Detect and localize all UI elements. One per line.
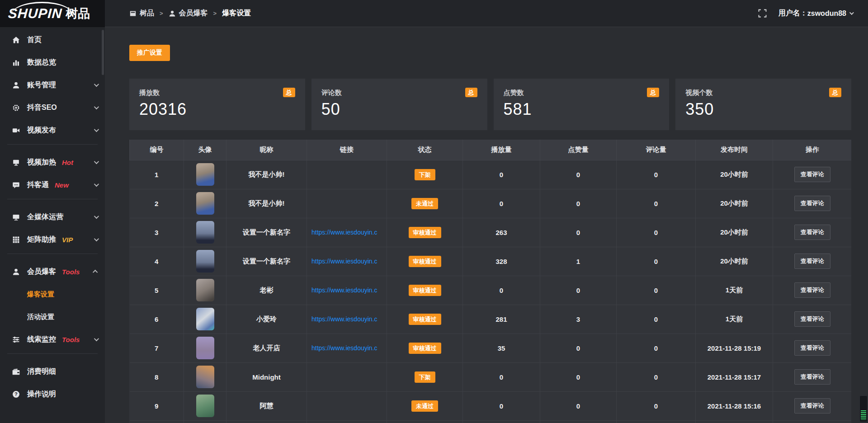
- cell-link: https://www.iesdouyin.c: [307, 305, 387, 334]
- cell-action: 查看评论: [773, 247, 852, 276]
- cell-action: 查看评论: [773, 334, 852, 362]
- sidebar-subitem-baoke-settings[interactable]: 爆客设置: [0, 283, 105, 306]
- table-header-cell: 评论量: [617, 140, 696, 160]
- video-link[interactable]: https://www.iesdouyin.c: [307, 287, 387, 294]
- sidebar-item-operation-guide[interactable]: 操作说明: [0, 383, 105, 405]
- brand-logo[interactable]: SHUPIN 树品: [0, 0, 105, 27]
- cell-likes: 0: [540, 334, 617, 362]
- cell-avatar: [184, 305, 226, 334]
- cell-comments: 0: [617, 247, 696, 276]
- breadcrumb-label: 树品: [140, 9, 154, 18]
- cell-id: 6: [130, 305, 184, 334]
- view-comments-button[interactable]: 查看评论: [794, 167, 830, 182]
- sidebar-item-omnimedia-operation[interactable]: 全媒体运营: [0, 206, 105, 228]
- cell-link: https://www.iesdouyin.c: [307, 218, 387, 247]
- stat-card-value: 20316: [139, 100, 295, 119]
- breadcrumb-shupin[interactable]: 树品 >: [129, 9, 169, 18]
- table-row: 5 老彬 https://www.iesdouyin.c 审核通过: [130, 276, 852, 305]
- cell-status: 审核通过: [387, 276, 463, 305]
- cell-time: 1天前: [696, 276, 773, 305]
- topbar-right: 用户名： zswodun88: [758, 9, 853, 18]
- table-header-cell: 昵称: [226, 140, 307, 160]
- table-row: 6 小爱玲 https://www.iesdouyin.c 审核通过: [130, 305, 852, 334]
- total-badge[interactable]: 总: [465, 88, 477, 97]
- cell-avatar: [184, 247, 226, 276]
- video-link[interactable]: https://www.iesdouyin.c: [307, 315, 387, 323]
- sidebar-item-icon: [12, 336, 20, 343]
- video-link[interactable]: https://www.iesdouyin.c: [307, 344, 387, 352]
- cell-comments: 0: [617, 189, 696, 218]
- video-link[interactable]: https://www.iesdouyin.c: [307, 229, 387, 236]
- cell-avatar: [184, 218, 226, 247]
- sidebar-item-douketong[interactable]: 抖客通 New: [0, 174, 105, 196]
- sidebar-item-member-baoke[interactable]: 会员爆客 Tools: [0, 260, 105, 283]
- sidebar-item-account-management[interactable]: 账号管理: [0, 74, 105, 96]
- promo-settings-button[interactable]: 推广设置: [129, 45, 170, 61]
- cell-status: 下架: [387, 362, 463, 391]
- view-comments-button[interactable]: 查看评论: [794, 369, 830, 385]
- sidebar-item-video-publish[interactable]: 视频发布: [0, 119, 105, 141]
- view-comments-button[interactable]: 查看评论: [794, 282, 830, 298]
- chevron-icon: [94, 159, 99, 164]
- app: SHUPIN 树品 首页 数据总览: [0, 0, 868, 423]
- total-badge[interactable]: 总: [829, 88, 841, 97]
- avatar: [196, 395, 214, 417]
- table-header-cell: 点赞量: [540, 140, 617, 160]
- cell-nickname: 设置一个新名字: [226, 218, 307, 247]
- sidebar-item-data-overview[interactable]: 数据总览: [0, 51, 105, 74]
- username-label: 用户名：: [778, 9, 807, 18]
- sidebar-item-icon: [12, 159, 20, 166]
- cell-plays: 0: [463, 276, 540, 305]
- content: 推广设置 播放数 20316 总 评论数 50 总: [105, 27, 868, 423]
- avatar: [196, 192, 214, 215]
- table-header: 编号头像昵称链接状态播放量点赞量评论量发布时间操作: [130, 140, 852, 160]
- stat-card-label: 点赞数: [504, 89, 660, 97]
- table-header-cell: 操作: [773, 140, 852, 160]
- cell-avatar: [184, 276, 226, 305]
- cell-time: 20小时前: [696, 218, 773, 247]
- cell-comments: 0: [617, 362, 696, 391]
- fullscreen-icon[interactable]: [758, 9, 767, 18]
- view-comments-button[interactable]: 查看评论: [794, 311, 830, 327]
- stat-card-label: 视频个数: [685, 89, 841, 97]
- sidebar-scrollbar-thumb[interactable]: [102, 30, 104, 75]
- table-header-cell: 链接: [307, 140, 387, 160]
- cell-nickname: 小爱玲: [226, 305, 307, 334]
- cell-status: 审核通过: [387, 218, 463, 247]
- floating-widget[interactable]: [859, 395, 868, 422]
- sidebar-item-label: 视频加热: [27, 158, 56, 167]
- breadcrumb-separator: >: [160, 10, 163, 17]
- video-link[interactable]: https://www.iesdouyin.c: [307, 258, 387, 265]
- cell-avatar: [184, 362, 226, 391]
- sidebar-item-matrix-boost[interactable]: 矩阵助推 VIP: [0, 228, 105, 251]
- breadcrumb-member-baoke[interactable]: 会员爆客 >: [169, 9, 222, 18]
- chevron-icon: [94, 214, 99, 219]
- view-comments-button[interactable]: 查看评论: [794, 254, 830, 269]
- avatar: [196, 250, 214, 273]
- sidebar-item-home[interactable]: 首页: [0, 28, 105, 51]
- cell-id: 8: [130, 362, 184, 391]
- cell-id: 5: [130, 276, 184, 305]
- stat-card: 评论数 50 总: [311, 79, 487, 130]
- sidebar-item-label: 操作说明: [27, 390, 56, 399]
- total-badge[interactable]: 总: [283, 88, 295, 97]
- cell-status: 审核通过: [387, 305, 463, 334]
- cell-nickname: 我不是小帅!: [226, 189, 307, 218]
- sidebar-item-label: 会员爆客: [27, 267, 56, 277]
- status-badge: 未通过: [411, 198, 438, 209]
- sidebar-item-lead-monitoring[interactable]: 线索监控 Tools: [0, 328, 105, 351]
- cell-status: 未通过: [387, 391, 463, 420]
- view-comments-button[interactable]: 查看评论: [794, 398, 830, 414]
- sidebar-item-douyin-seo[interactable]: 抖音SEO: [0, 96, 105, 119]
- sidebar-item-video-heating[interactable]: 视频加热 Hot: [0, 151, 105, 174]
- sidebar-item-badge: Tools: [62, 336, 80, 343]
- user-menu[interactable]: 用户名： zswodun88: [778, 9, 853, 18]
- view-comments-button[interactable]: 查看评论: [794, 196, 830, 211]
- cell-link: [307, 362, 387, 391]
- total-badge[interactable]: 总: [647, 88, 659, 97]
- breadcrumb-baoke-settings[interactable]: 爆客设置: [222, 9, 251, 18]
- sidebar-subitem-activity-settings[interactable]: 活动设置: [0, 306, 105, 328]
- view-comments-button[interactable]: 查看评论: [794, 225, 830, 240]
- sidebar-item-consumption-details[interactable]: 消费明细: [0, 360, 105, 383]
- view-comments-button[interactable]: 查看评论: [794, 340, 830, 356]
